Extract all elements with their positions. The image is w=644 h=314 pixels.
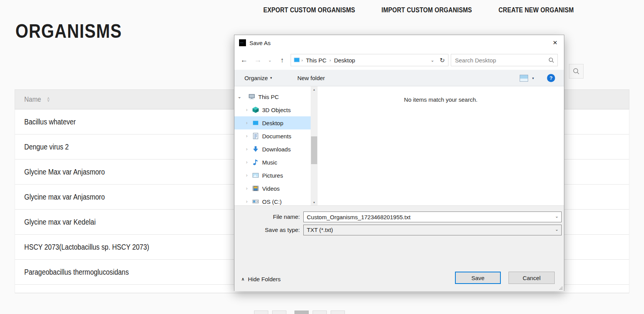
tree-scrollbar[interactable]: ▲ ▼ bbox=[311, 86, 318, 205]
desktop-icon bbox=[294, 57, 300, 63]
chevron-up-icon: ∧ bbox=[241, 277, 244, 282]
save-as-type-label: Save as type: bbox=[234, 225, 300, 235]
tree-item-this-pc[interactable]: ⌄ This PC bbox=[234, 90, 311, 103]
download-arrow-icon bbox=[252, 146, 259, 153]
document-icon bbox=[252, 133, 259, 139]
breadcrumb-separator-icon: › bbox=[300, 58, 304, 62]
picture-icon bbox=[252, 172, 259, 179]
chevron-right-icon[interactable]: › bbox=[244, 186, 249, 191]
refresh-button[interactable]: ↻ bbox=[437, 54, 448, 66]
views-chevron-icon[interactable]: ▾ bbox=[532, 76, 534, 80]
empty-results-message: No items match your search. bbox=[318, 96, 564, 103]
dialog-body: ⌄ This PC › 3D Objects › bbox=[234, 86, 564, 205]
chevron-expanded-icon[interactable]: ⌄ bbox=[237, 94, 242, 99]
resize-grip[interactable] bbox=[559, 286, 563, 290]
app-icon bbox=[239, 39, 246, 46]
pagination-button-active[interactable] bbox=[294, 311, 309, 314]
search-input[interactable] bbox=[451, 54, 547, 66]
page-top-nav: EXPORT CUSTOM ORGANISMS IMPORT CUSTOM OR… bbox=[263, 6, 586, 14]
folder-tree: ⌄ This PC › 3D Objects › bbox=[234, 86, 311, 205]
close-icon[interactable]: ✕ bbox=[546, 35, 564, 50]
organism-link[interactable]: Dengue virus 2 bbox=[24, 143, 76, 151]
tree-item-os-c[interactable]: › OS (C:) bbox=[234, 195, 311, 205]
save-as-type-value: TXT (*.txt) bbox=[307, 225, 333, 235]
pagination-button[interactable] bbox=[272, 311, 286, 314]
help-icon[interactable]: ? bbox=[547, 74, 555, 82]
chevron-right-icon[interactable]: › bbox=[244, 133, 249, 139]
toolbar-right-group: ▾ ? bbox=[520, 70, 564, 86]
save-button[interactable]: Save bbox=[455, 272, 501, 284]
scrollbar-thumb[interactable] bbox=[311, 136, 317, 164]
file-name-label: File name: bbox=[234, 212, 300, 222]
sort-icon[interactable]: ˄˅ bbox=[47, 97, 50, 102]
breadcrumb-this-pc[interactable]: This PC bbox=[304, 57, 328, 64]
organism-link[interactable]: Bacillus whatever bbox=[24, 118, 84, 126]
chevron-right-icon[interactable]: › bbox=[244, 120, 249, 126]
breadcrumb-desktop[interactable]: Desktop bbox=[333, 57, 357, 64]
up-button[interactable]: ↑ bbox=[276, 50, 288, 70]
address-bar[interactable]: › This PC › Desktop ⌄ bbox=[291, 54, 437, 66]
dialog-titlebar[interactable]: Save As ✕ bbox=[234, 35, 564, 50]
page-search-button[interactable] bbox=[569, 64, 584, 79]
pagination-button[interactable] bbox=[313, 311, 327, 314]
scroll-down-icon[interactable]: ▼ bbox=[311, 199, 318, 205]
scroll-up-icon[interactable]: ▲ bbox=[311, 86, 318, 92]
organism-link[interactable]: Parageobacillus thermoglucosidans bbox=[24, 268, 146, 277]
forward-button[interactable]: → bbox=[251, 50, 264, 70]
tree-item-pictures[interactable]: › Pictures bbox=[234, 169, 311, 182]
search-icon[interactable] bbox=[548, 57, 555, 64]
chevron-right-icon[interactable]: › bbox=[244, 160, 249, 165]
import-custom-organisms-link[interactable]: IMPORT CUSTOM ORGANISMS bbox=[381, 6, 487, 14]
tree-item-documents[interactable]: › Documents bbox=[234, 129, 311, 143]
export-custom-organisms-link[interactable]: EXPORT CUSTOM ORGANISMS bbox=[263, 6, 370, 14]
pagination bbox=[254, 311, 345, 314]
pagination-button[interactable] bbox=[254, 311, 268, 314]
computer-icon bbox=[248, 93, 255, 100]
chevron-down-icon[interactable]: ⌄ bbox=[555, 214, 559, 219]
music-note-icon bbox=[252, 159, 259, 166]
cube-3d-icon bbox=[252, 106, 259, 113]
disk-drive-icon bbox=[252, 198, 259, 205]
desktop-icon bbox=[252, 119, 259, 126]
search-box bbox=[451, 54, 558, 66]
file-name-input[interactable] bbox=[304, 212, 550, 222]
breadcrumb-separator-icon: › bbox=[328, 58, 333, 62]
address-dropdown-chevron-icon[interactable]: ⌄ bbox=[431, 58, 434, 63]
chevron-down-icon[interactable]: ⌄ bbox=[555, 227, 559, 232]
file-list-area[interactable]: No items match your search. bbox=[318, 86, 564, 205]
organism-link[interactable]: Glycine Max var Anjasmoro bbox=[24, 168, 118, 176]
recent-locations-chevron-icon[interactable]: ⌄ bbox=[265, 50, 274, 70]
chevron-right-icon[interactable]: › bbox=[244, 107, 249, 113]
pagination-button[interactable] bbox=[331, 311, 345, 314]
save-as-dialog: Save As ✕ ← → ⌄ ↑ › This PC › Desktop ⌄ … bbox=[234, 35, 564, 291]
cancel-button[interactable]: Cancel bbox=[509, 272, 555, 284]
new-folder-button[interactable]: New folder bbox=[297, 75, 325, 81]
tree-item-3d-objects[interactable]: › 3D Objects bbox=[234, 103, 311, 116]
film-icon bbox=[252, 185, 259, 192]
views-icon[interactable] bbox=[520, 75, 528, 82]
dialog-title: Save As bbox=[249, 40, 271, 46]
dialog-footer: File name: ⌄ Save as type: TXT (*.txt) ⌄… bbox=[234, 205, 564, 291]
hide-folders-button[interactable]: ∧ Hide Folders bbox=[241, 273, 281, 285]
organism-link[interactable]: Glycine max var Anjasmoro bbox=[24, 193, 118, 201]
tree-item-downloads[interactable]: › Downloads bbox=[234, 143, 311, 156]
tree-item-desktop[interactable]: › Desktop bbox=[234, 116, 311, 129]
tree-item-music[interactable]: › Music bbox=[234, 156, 311, 169]
organism-link[interactable]: HSCY 2073(Lactobacillus sp. HSCY 2073) bbox=[24, 243, 169, 252]
organize-menu[interactable]: Organize ▾ bbox=[244, 75, 272, 81]
dialog-toolbar: Organize ▾ New folder ▾ ? bbox=[234, 70, 564, 86]
create-new-organism-link[interactable]: CREATE NEW ORGANISM bbox=[498, 6, 586, 14]
chevron-right-icon[interactable]: › bbox=[244, 146, 249, 152]
file-name-combobox: ⌄ bbox=[303, 212, 562, 222]
tree-item-videos[interactable]: › Videos bbox=[234, 182, 311, 195]
chevron-down-icon: ▾ bbox=[270, 76, 272, 80]
organism-link[interactable]: Glycine max var Kedelai bbox=[24, 218, 107, 227]
dialog-navigation-bar: ← → ⌄ ↑ › This PC › Desktop ⌄ ↻ bbox=[234, 50, 564, 70]
chevron-right-icon[interactable]: › bbox=[244, 199, 249, 204]
save-as-type-select[interactable]: TXT (*.txt) ⌄ bbox=[303, 225, 562, 235]
back-button[interactable]: ← bbox=[238, 50, 251, 70]
search-icon bbox=[572, 67, 580, 75]
chevron-right-icon[interactable]: › bbox=[244, 173, 249, 178]
page-title: ORGANISMS bbox=[15, 20, 139, 42]
